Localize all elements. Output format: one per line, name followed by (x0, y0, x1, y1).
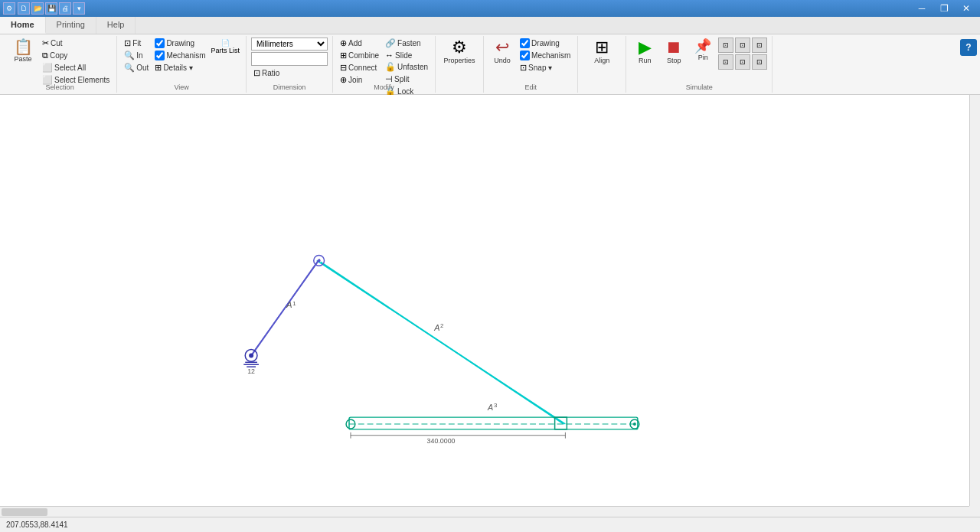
svg-point-7 (318, 259, 321, 262)
scrollbar-corner (969, 506, 980, 517)
view-mechanism-button[interactable]: Mechanism (152, 50, 207, 61)
select-all-button[interactable]: ⬜ Select All (40, 62, 112, 73)
maximize-button[interactable]: ❐ (933, 1, 955, 16)
canvas-area[interactable]: 12 340.0000 A 1 A 2 A 3 (0, 95, 980, 517)
out-label: Out (136, 64, 149, 72)
unfasten-button[interactable]: 🔓 Unfasten (383, 61, 430, 73)
properties-button[interactable]: ⚙ Properties (440, 38, 479, 66)
tab-home[interactable]: Home (0, 17, 46, 34)
dropdown-icon[interactable]: ▾ (73, 2, 85, 15)
snap-button[interactable]: ⊡ Snap ▾ (518, 62, 573, 73)
svg-text:340.0000: 340.0000 (427, 437, 456, 445)
scrollbar-horizontal[interactable] (0, 506, 969, 517)
undo-icon: ↩ (495, 39, 509, 56)
view-drawing-checkbox[interactable] (155, 38, 165, 48)
paste-icon: 📋 (14, 39, 33, 54)
undo-button[interactable]: ↩ Undo (488, 38, 516, 66)
slide-label: Slide (395, 51, 412, 60)
app-icon: ⚙ (3, 2, 15, 15)
help-button[interactable]: ? (960, 39, 977, 56)
pin-label: Pin (698, 54, 708, 61)
ribbon-group-modify: ⊕ Add ⊞ Combine ⊟ Connect ⊕ (333, 36, 436, 93)
help-area: ? (960, 36, 977, 93)
fasten-icon: 🔗 (385, 38, 396, 48)
cut-icon: ✂ (42, 38, 49, 48)
parts-list-button[interactable]: 📄 Parts List (210, 38, 242, 56)
in-button[interactable]: 🔍 In (122, 50, 151, 61)
add-button[interactable]: ⊕ Add (338, 38, 381, 49)
edit-col: Drawing Mechanism ⊡ Snap ▾ (518, 38, 573, 84)
run-icon: ▶ (639, 39, 652, 56)
stop-button[interactable]: ⏹ Stop (660, 38, 688, 66)
tab-help[interactable]: Help (96, 17, 136, 34)
svg-rect-4 (349, 417, 638, 429)
details-button[interactable]: ⊞ Details ▾ (152, 62, 207, 73)
parts-list-icon: 📄 (221, 39, 230, 47)
sim-icon2[interactable]: ⊡ (735, 38, 750, 53)
canvas-svg: 12 340.0000 A 1 A 2 A 3 (0, 95, 980, 517)
sim-icon1[interactable]: ⊡ (718, 38, 733, 53)
ribbon-group-selection: 📋 Paste ✂ Cut ⧉ Copy ⬜ (3, 36, 117, 93)
dimension-input[interactable] (251, 52, 328, 66)
details-label: Details ▾ (163, 64, 192, 72)
run-button[interactable]: ▶ Run (631, 38, 658, 66)
svg-line-1 (317, 260, 566, 424)
new-icon[interactable]: 🗋 (18, 2, 30, 15)
unfasten-icon: 🔓 (385, 62, 396, 72)
minimize-button[interactable]: ─ (911, 1, 933, 16)
svg-text:A: A (433, 323, 439, 332)
fasten-button[interactable]: 🔗 Fasten (383, 38, 430, 49)
fit-icon: ⊡ (124, 38, 131, 48)
paste-button[interactable]: 📋 Paste (8, 38, 38, 64)
close-button[interactable]: ✕ (956, 1, 977, 16)
copy-button[interactable]: ⧉ Copy (40, 50, 112, 61)
view-drawing-button[interactable]: Drawing (152, 38, 207, 49)
view-col2: Drawing Mechanism ⊞ Details ▾ (152, 38, 207, 84)
status-bar: 207.0553,88.4141 (0, 517, 980, 532)
copy-label: Copy (50, 51, 67, 60)
dimension-dropdown[interactable]: Millimeters Inches Centimeters (251, 38, 328, 51)
pin-button[interactable]: 📌 Pin (689, 38, 717, 63)
view-mechanism-checkbox[interactable] (155, 51, 165, 60)
ribbon: Home Printing Help 📋 Paste ✂ Cut (0, 17, 980, 95)
combine-button[interactable]: ⊞ Combine (338, 50, 381, 61)
properties-icon: ⚙ (452, 39, 467, 56)
slide-button[interactable]: ↔ Slide (383, 50, 430, 60)
print-icon[interactable]: 🖨 (59, 2, 71, 15)
sim-icon4[interactable]: ⊡ (718, 54, 733, 70)
align-label: Align (594, 57, 609, 64)
align-icon: ⊞ (595, 39, 609, 56)
in-icon: 🔍 (124, 51, 135, 60)
combine-label: Combine (348, 51, 379, 60)
out-button[interactable]: 🔍 Out (122, 62, 151, 73)
fit-button[interactable]: ⊡ Fit (122, 38, 151, 49)
combine-icon: ⊞ (340, 51, 347, 60)
align-button[interactable]: ⊞ Align (583, 38, 621, 66)
mechanism-checkbox[interactable] (520, 51, 530, 60)
view-col1: ⊡ Fit 🔍 In 🔍 Out (122, 38, 151, 84)
ratio-button[interactable]: ⊡ Ratio (251, 67, 282, 79)
sim-icon5[interactable]: ⊡ (735, 54, 750, 70)
sim-icon3[interactable]: ⊡ (752, 38, 767, 53)
simulate-group-label: Simulate (626, 83, 772, 91)
tab-printing[interactable]: Printing (46, 17, 96, 34)
svg-text:12: 12 (247, 367, 255, 375)
stop-icon: ⏹ (665, 39, 682, 56)
select-all-icon: ⬜ (42, 63, 53, 73)
edit-mechanism-row: Mechanism (518, 50, 573, 61)
coordinates-display: 207.0553,88.4141 (6, 521, 68, 529)
pin-icon: 📌 (694, 39, 711, 53)
snap-icon: ⊡ (520, 63, 527, 73)
split-label: Split (394, 75, 409, 83)
scrollbar-vertical[interactable] (969, 95, 980, 506)
snap-label: Snap ▾ (528, 64, 552, 72)
window-controls: ─ ❐ ✕ (911, 1, 977, 16)
cut-button[interactable]: ✂ Cut (40, 38, 112, 49)
drawing-checkbox[interactable] (520, 38, 530, 48)
save-icon[interactable]: 💾 (45, 2, 57, 15)
svg-text:2: 2 (440, 322, 443, 329)
svg-text:3: 3 (494, 402, 498, 409)
sim-icon6[interactable]: ⊡ (752, 54, 767, 70)
connect-button[interactable]: ⊟ Connect (338, 62, 381, 73)
open-icon[interactable]: 📂 (31, 2, 44, 15)
